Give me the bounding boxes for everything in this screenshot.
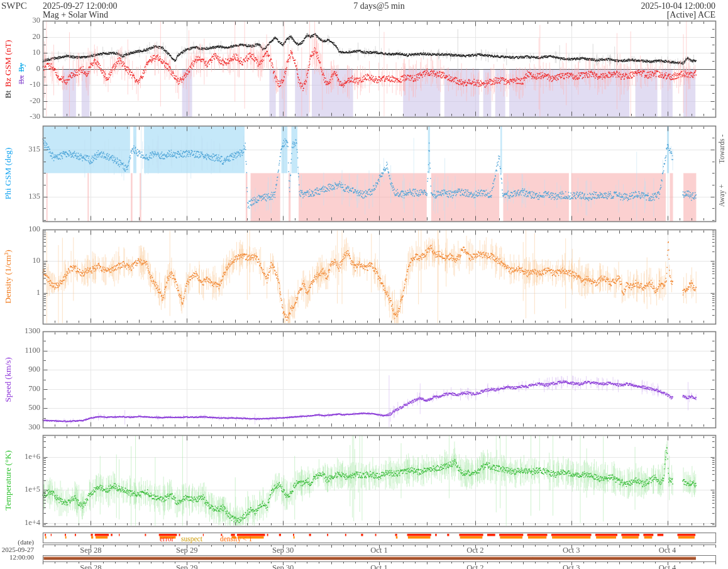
ytick-dens-10: 10 <box>13 256 40 265</box>
towards-sector-label: Towards - <box>718 135 725 163</box>
plot-canvas[interactable] <box>0 0 728 569</box>
ytick-mag-10: 10 <box>13 48 40 57</box>
flag-legend-error: error <box>160 535 174 543</box>
ytick-phi-315: 315 <box>13 145 40 154</box>
phi-axis-label: Phi GSM (deg) <box>3 148 13 200</box>
ytick-phi-135: 135 <box>13 192 40 201</box>
away-sector-label: Away + <box>718 184 725 207</box>
date-label-Sep29: Sep 29 <box>165 546 208 555</box>
ytick-dens-1: 1 <box>13 288 40 297</box>
ytick-dens-100: 100 <box>13 224 40 234</box>
time-range-scrollbar[interactable] <box>43 555 715 562</box>
ytick-mag-0: 0 <box>13 64 40 74</box>
ytick-speed-700: 700 <box>13 384 40 394</box>
date-label-Sep30: Sep 30 <box>262 546 304 555</box>
date-label-Oct2: Oct 2 <box>454 546 497 555</box>
flag-legend-density: density < 1 <box>220 535 252 543</box>
ytick-speed-900: 900 <box>13 365 40 374</box>
speed-axis-label: Speed (km/s) <box>3 357 13 402</box>
date-label2-Oct2: Oct 2 <box>454 563 497 569</box>
date-label-Oct4: Oct 4 <box>646 546 689 555</box>
ytick-speed-300: 300 <box>13 423 40 432</box>
date-label2-Oct4: Oct 4 <box>646 563 689 569</box>
ytick-mag-30: 30 <box>13 16 40 25</box>
ytick-temp-1e+6: 1e+6 <box>13 452 40 461</box>
ytick-speed-500: 500 <box>13 403 40 412</box>
density-axis-label: Density (1/cm³) <box>3 250 13 303</box>
date-axis-caption: (date) <box>0 538 34 546</box>
bt-label: Bt <box>3 91 13 99</box>
date-label2-Oct3: Oct 3 <box>550 563 593 569</box>
temperature-axis-label: Temperature (°K) <box>3 450 13 511</box>
data-source-status: [Active] ACE <box>667 10 715 20</box>
date-label2-Sep30: Sep 30 <box>262 563 304 569</box>
ytick-speed-1300: 1300 <box>13 326 40 336</box>
date-label-Sep28: Sep 28 <box>69 546 112 555</box>
ytick-temp-1e+4: 1e+4 <box>13 518 40 528</box>
date-label2-Sep29: Sep 29 <box>165 563 208 569</box>
mag-axis-label: BtBz GSM (nT) <box>3 40 13 99</box>
ytick-speed-1100: 1100 <box>13 346 40 355</box>
ytick-mag--20: -20 <box>13 96 40 106</box>
ytick-mag--30: -30 <box>13 112 40 121</box>
window-span-label: 7 days@5 min <box>353 1 404 11</box>
date-label2-Oct1: Oct 1 <box>358 563 400 569</box>
date-label2-Sep28: Sep 28 <box>69 563 112 569</box>
ytick-temp-1e+5: 1e+5 <box>13 485 40 494</box>
plot-subtitle: Mag + Solar Wind <box>43 10 108 20</box>
app-title: SWPC <box>1 1 27 11</box>
bz-label: Bz GSM (nT) <box>3 40 13 87</box>
swpc-rtsw-plot-page: SWPC 2025-09-27 12:00:00 7 days@5 min 20… <box>0 0 728 569</box>
date-label-Oct3: Oct 3 <box>550 546 593 555</box>
ytick-mag-20: 20 <box>13 32 40 41</box>
date-axis-start-date: 2025-09-27 <box>0 546 34 553</box>
date-label-Oct1: Oct 1 <box>358 546 400 555</box>
ytick-mag--10: -10 <box>13 80 40 89</box>
date-axis-start-time: 12:00:00 <box>0 553 34 561</box>
flag-legend-suspect: suspect <box>181 535 202 543</box>
